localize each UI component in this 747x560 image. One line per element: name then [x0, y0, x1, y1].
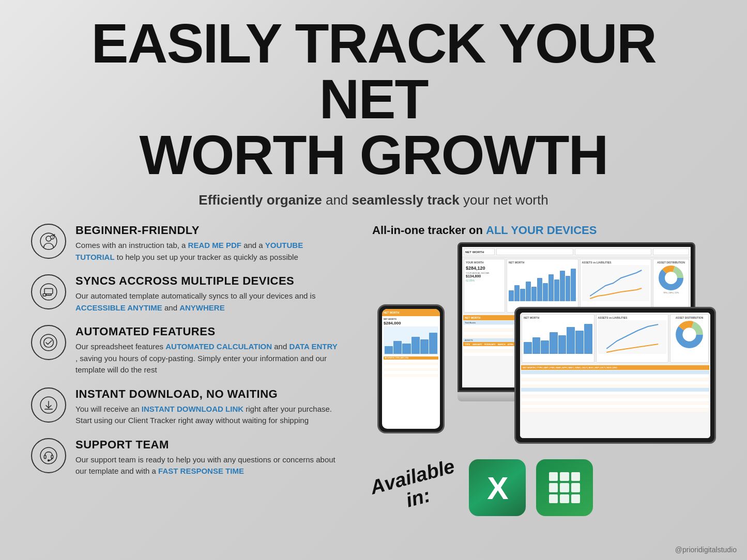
- subtitle-bold2: seamlessly track: [352, 192, 460, 208]
- subtitle-bold1: Efficiently organize: [199, 192, 322, 208]
- svg-text:$: $: [52, 236, 53, 239]
- feature-syncs-title: SYNCS ACCROSS MULTIPLE DEVICES: [75, 274, 341, 288]
- subtitle-middle: and: [326, 192, 352, 208]
- subtitle-suffix: your net worth: [463, 192, 548, 208]
- feature-beginner-friendly: $ BEGINNER-FRIENDLY Comes with an instru…: [31, 224, 341, 263]
- feature-beginner-title: BEGINNER-FRIENDLY: [75, 224, 341, 237]
- svg-point-21: [685, 330, 694, 339]
- feature-download-desc: You will receive an INSTANT DOWNLOAD LIN…: [75, 403, 341, 427]
- features-column: $ BEGINNER-FRIENDLY Comes with an instru…: [31, 224, 341, 545]
- feature-download-title: INSTANT DOWNLOAD, NO WAITING: [75, 387, 341, 401]
- google-sheets-icon: [536, 459, 593, 516]
- tablet-screen-content: NET WORTH: [520, 313, 710, 438]
- feature-beginner-text: BEGINNER-FRIENDLY Comes with an instruct…: [75, 224, 341, 263]
- title-line2: WORTH GROWTH: [140, 123, 608, 186]
- syncs-icon: [31, 274, 66, 309]
- svg-rect-11: [44, 455, 46, 458]
- excel-icon: X: [469, 459, 526, 516]
- page-wrapper: EASILY TRACK YOUR NET WORTH GROWTH Effic…: [0, 0, 747, 560]
- phone-screen-content: NET WORTH NET ASSETS $284,000: [382, 309, 440, 429]
- excel-letter: X: [487, 470, 507, 506]
- feature-automated: AUTOMATED FEATURES Our spreadsheet featu…: [31, 325, 341, 376]
- feature-syncs-desc: Our automated template automatically syn…: [75, 290, 341, 314]
- device-mockup-area: NET WORTH YOUR WORTH $284,120: [362, 242, 716, 449]
- available-section: Availablein: X: [372, 459, 593, 516]
- feature-support-desc: Our support team is ready to help you wi…: [75, 454, 341, 477]
- sheets-grid: [549, 472, 580, 503]
- feature-syncs-text: SYNCS ACCROSS MULTIPLE DEVICES Our autom…: [75, 274, 341, 314]
- svg-rect-6: [43, 294, 46, 296]
- feature-beginner-desc: Comes with an instruction tab, a READ ME…: [75, 240, 341, 263]
- devices-header-highlight: ALL YOUR DEVICES: [486, 224, 597, 237]
- feature-syncs: SYNCS ACCROSS MULTIPLE DEVICES Our autom…: [31, 274, 341, 314]
- automated-icon: [31, 325, 66, 360]
- svg-point-8: [44, 338, 54, 348]
- subtitle: Efficiently organize and seamlessly trac…: [31, 192, 716, 208]
- svg-point-4: [40, 284, 57, 300]
- tablet-device: NET WORTH: [514, 307, 716, 444]
- svg-point-7: [40, 334, 57, 351]
- content-row: $ BEGINNER-FRIENDLY Comes with an instru…: [31, 224, 716, 545]
- phone-device: NET WORTH NET ASSETS $284,000: [377, 304, 445, 433]
- available-label: Availablein:: [368, 456, 463, 520]
- svg-point-13: [48, 459, 50, 461]
- devices-column: All-in-one tracker on ALL YOUR DEVICES N…: [362, 224, 716, 545]
- beginner-icon: $: [31, 224, 66, 259]
- feature-automated-text: AUTOMATED FEATURES Our spreadsheet featu…: [75, 325, 341, 376]
- feature-support-title: SUPPORT TEAM: [75, 438, 341, 452]
- devices-header: All-in-one tracker on ALL YOUR DEVICES: [372, 224, 597, 237]
- feature-automated-title: AUTOMATED FEATURES: [75, 325, 341, 338]
- feature-automated-desc: Our spreadsheet features AUTOMATED CALCU…: [75, 341, 341, 376]
- download-icon: [31, 387, 66, 423]
- main-title: EASILY TRACK YOUR NET WORTH GROWTH: [31, 15, 716, 188]
- title-line1: EASILY TRACK YOUR NET: [91, 12, 655, 130]
- support-icon: [31, 438, 66, 473]
- svg-rect-5: [44, 289, 53, 294]
- feature-support: SUPPORT TEAM Our support team is ready t…: [31, 438, 341, 477]
- feature-support-text: SUPPORT TEAM Our support team is ready t…: [75, 438, 341, 477]
- watermark: @prioridigitalstudio: [675, 546, 737, 554]
- feature-download-text: INSTANT DOWNLOAD, NO WAITING You will re…: [75, 387, 341, 427]
- feature-instant-download: INSTANT DOWNLOAD, NO WAITING You will re…: [31, 387, 341, 427]
- devices-header-plain: All-in-one tracker on: [372, 224, 486, 237]
- svg-point-17: [667, 274, 675, 282]
